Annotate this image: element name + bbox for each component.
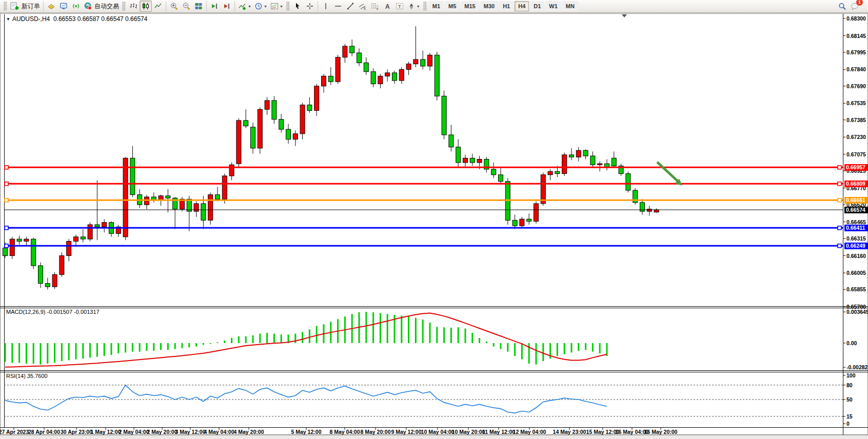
dropdown-caret-icon: ▼ <box>417 5 420 8</box>
price-line-badge: 0.66661 <box>844 197 868 204</box>
channel-button[interactable]: E <box>357 1 369 12</box>
rsi-axis-label: 0 <box>846 421 850 427</box>
crosshair-button[interactable] <box>304 1 316 12</box>
tile-windows-button[interactable] <box>192 1 205 12</box>
time-axis-label: 28 Apr 04:00 <box>28 429 60 435</box>
macd-axis-label: 0.00 <box>846 340 857 346</box>
chart-shift-icon <box>223 2 231 10</box>
autotrading-label: 自动交易 <box>94 2 119 11</box>
price-tick-label: 0.68300 <box>846 15 866 22</box>
trendline-icon <box>346 2 354 10</box>
price-line-badge: 0.66574 <box>844 207 868 213</box>
arrows-button[interactable]: ▼ <box>406 1 422 12</box>
rsi-axis-label: 50 <box>846 396 853 403</box>
timeframe-d1[interactable]: D1 <box>530 1 544 11</box>
timeframe-mn[interactable]: MN <box>562 1 578 11</box>
price-tick-label: 0.66005 <box>846 270 866 276</box>
market-watch-icon <box>47 2 55 10</box>
price-tick-label: 0.67230 <box>846 134 866 140</box>
time-axis-label: 4 May 04:00 <box>204 429 234 435</box>
chart-title: ▼AUDUSD-,H4 0.66553 0.66587 0.66547 0.66… <box>6 15 147 23</box>
new-order-label: 新订单 <box>22 2 40 11</box>
timeframe-h4[interactable]: H4 <box>515 1 529 11</box>
timeframe-m15[interactable]: M15 <box>461 1 479 11</box>
data-window-icon <box>60 2 68 10</box>
horizontal-line-icon <box>334 2 342 10</box>
search-icon <box>838 2 847 11</box>
signal-icon <box>72 2 80 10</box>
horizontal-line-button[interactable] <box>332 1 344 12</box>
macd-axis-label: -0.002824 <box>846 364 868 370</box>
fibonacci-button[interactable]: F <box>369 1 381 12</box>
price-line-badge: 0.66957 <box>844 164 868 171</box>
periods-button[interactable]: ▼ <box>253 1 269 12</box>
text-label-icon: T <box>396 2 404 10</box>
trendline-button[interactable] <box>344 1 357 12</box>
zoom-out-button[interactable] <box>180 1 192 12</box>
time-axis-label: 30 Apr 23:00 <box>61 429 92 435</box>
price-tick-label: 0.67385 <box>846 117 866 123</box>
bar-chart-button[interactable] <box>127 1 140 12</box>
signal-button[interactable] <box>70 1 82 12</box>
autotrading-icon <box>84 2 92 10</box>
indicators-button[interactable]: ▼ <box>236 1 253 12</box>
notifications-button[interactable]: 1 <box>849 1 861 12</box>
macd-axis-label: 0.003645 <box>846 309 868 315</box>
data-window-button[interactable] <box>57 1 70 12</box>
periods-icon <box>254 2 263 10</box>
time-axis-label: 2 May 04:00 <box>119 429 149 435</box>
time-axis-label: 9 May 12:00 <box>391 429 422 435</box>
toolbar-grip[interactable] <box>122 2 126 11</box>
svg-text:T: T <box>398 4 401 9</box>
search-button[interactable] <box>836 1 849 12</box>
price-tick-label: 0.65855 <box>846 286 866 292</box>
channel-icon: E <box>358 2 367 10</box>
price-tick-label: 0.67690 <box>846 83 866 89</box>
zoom-out-icon <box>182 2 191 11</box>
templates-button[interactable]: ▼ <box>269 1 285 12</box>
zoom-in-button[interactable] <box>168 1 180 12</box>
price-tick-label: 0.66160 <box>846 253 866 259</box>
timeframe-m1[interactable]: M1 <box>429 1 444 11</box>
new-order-icon <box>10 2 19 10</box>
chart-symbol-period: AUDUSD-,H4 <box>12 15 50 23</box>
dropdown-caret-icon: ▼ <box>264 5 267 8</box>
toolbar-grip[interactable] <box>423 2 427 11</box>
cursor-button[interactable] <box>291 1 304 12</box>
price-tick-label: 0.67535 <box>846 100 866 106</box>
chart-canvas[interactable] <box>0 0 868 439</box>
timeframe-w1[interactable]: W1 <box>545 1 561 11</box>
toolbar-grip[interactable] <box>4 2 7 11</box>
candlestick-chart-button[interactable] <box>140 1 152 12</box>
tile-windows-icon <box>194 2 203 10</box>
time-axis-label: 4 May 20:00 <box>234 429 264 435</box>
separator <box>318 1 318 11</box>
svg-text:A: A <box>385 3 390 10</box>
timeframe-m5[interactable]: M5 <box>445 1 460 11</box>
autotrading-button[interactable]: 自动交易 <box>82 1 121 12</box>
text-label-button[interactable]: T <box>393 1 406 12</box>
time-axis-label: 15 May 12:00 <box>586 429 620 435</box>
crosshair-icon <box>306 2 314 10</box>
timeframe-m30[interactable]: M30 <box>480 1 498 11</box>
toolbar-grip[interactable] <box>286 2 290 11</box>
price-line-badge: 0.66809 <box>844 181 868 187</box>
price-line-badge: 0.66411 <box>844 225 868 231</box>
line-chart-button[interactable] <box>152 1 164 12</box>
arrows-icon <box>407 2 416 10</box>
vertical-line-button[interactable] <box>320 1 332 12</box>
auto-scroll-button[interactable] <box>208 1 221 12</box>
templates-icon <box>270 2 279 10</box>
dropdown-caret-icon: ▼ <box>280 5 283 8</box>
text-button[interactable]: A <box>381 1 393 12</box>
chart-shift-button[interactable] <box>221 1 233 12</box>
time-axis-label: 14 May 23:00 <box>553 429 586 435</box>
timeframe-h1[interactable]: H1 <box>499 1 514 11</box>
new-order-button[interactable]: 新订单 <box>9 1 42 12</box>
line-chart-icon <box>154 2 162 10</box>
symbol-dropdown-icon[interactable]: ▼ <box>6 17 10 22</box>
market-watch-button[interactable] <box>45 1 57 12</box>
zoom-in-icon <box>170 2 179 11</box>
vertical-line-icon <box>322 2 329 10</box>
time-axis-label: 10 May 20:00 <box>452 429 485 435</box>
